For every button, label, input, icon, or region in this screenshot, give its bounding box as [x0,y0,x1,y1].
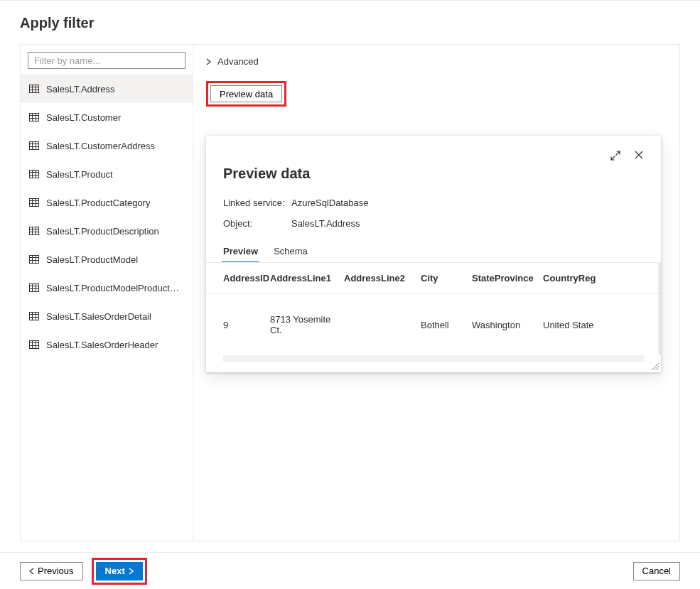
preview-data-highlight: Preview data [206,81,286,107]
table-item[interactable]: SalesLT.SalesOrderDetail [21,302,193,330]
cell: United State [543,294,661,356]
table-item-label: SalesLT.Customer [46,112,121,123]
table-icon [29,227,39,235]
right-pane: Advanced Preview data [193,45,679,541]
table-icon [29,85,39,93]
table-item[interactable]: SalesLT.ProductModelProductDe... [21,274,193,302]
table-item-label: SalesLT.SalesOrderDetail [46,311,151,322]
table-item[interactable]: SalesLT.Product [21,160,193,188]
svg-rect-40 [30,313,39,320]
svg-rect-30 [30,256,39,264]
tab-schema[interactable]: Schema [274,246,308,262]
table-item-label: SalesLT.ProductDescription [46,226,159,237]
next-button[interactable]: Next [96,562,143,580]
svg-rect-15 [30,171,39,178]
column-header[interactable]: CountryReg [543,263,661,294]
table-list: SalesLT.AddressSalesLT.CustomerSalesLT.C… [21,75,193,541]
resize-handle-icon [650,361,659,371]
chevron-left-icon [29,568,35,575]
table-icon [29,283,39,292]
table-item[interactable]: SalesLT.ProductCategory [21,188,193,217]
table-item-label: SalesLT.CustomerAddress [46,141,155,151]
object-label: Object: [223,218,291,229]
table-icon [29,170,39,178]
chevron-right-icon [206,58,212,65]
table-item-label: SalesLT.ProductModel [46,254,138,265]
table-row[interactable]: 98713 Yosemite Ct.BothellWashingtonUnite… [206,294,661,356]
table-item-label: SalesLT.Address [46,84,115,94]
svg-rect-45 [30,341,39,349]
wizard-footer: Previous Next Cancel [0,552,700,589]
object-value: SalesLT.Address [291,218,360,229]
cell: 8713 Yosemite Ct. [270,294,344,356]
svg-rect-25 [30,227,39,235]
svg-rect-5 [30,114,39,121]
column-header[interactable]: AddressLine1 [270,263,344,294]
linked-service-value: AzureSqlDatabase [291,198,368,208]
table-item-label: SalesLT.Product [46,169,113,180]
cancel-button[interactable]: Cancel [633,562,680,580]
chevron-right-icon [128,568,134,575]
column-header[interactable]: City [421,263,472,294]
table-icon [29,340,39,349]
advanced-toggle[interactable]: Advanced [206,56,667,67]
table-item[interactable]: SalesLT.ProductDescription [21,217,193,245]
table-item-label: SalesLT.SalesOrderHeader [46,340,158,350]
cell: 9 [206,294,270,356]
expand-icon[interactable] [610,150,621,161]
table-item-label: SalesLT.ProductCategory [46,198,150,208]
table-icon [29,141,39,150]
preview-data-panel: Preview data Linked service: AzureSqlDat… [206,136,661,372]
svg-rect-0 [30,85,39,93]
cell: Washington [472,294,543,356]
column-header[interactable]: AddressID [206,263,270,294]
table-item-label: SalesLT.ProductModelProductDe... [46,283,184,293]
table-icon [29,312,39,320]
table-item[interactable]: SalesLT.CustomerAddress [21,131,193,160]
advanced-label: Advanced [217,56,259,67]
preview-data-button[interactable]: Preview data [210,85,282,102]
table-icon [29,198,39,207]
horizontal-scrollbar[interactable] [223,355,644,362]
column-header[interactable]: StateProvince [472,263,543,294]
next-button-highlight: Next [92,558,147,585]
column-header[interactable]: AddressLine2 [344,263,421,294]
table-item[interactable]: SalesLT.SalesOrderHeader [21,330,193,359]
tab-preview[interactable]: Preview [223,246,258,262]
table-item[interactable]: SalesLT.ProductModel [21,245,193,274]
close-icon[interactable] [634,150,644,161]
table-item[interactable]: SalesLT.Address [21,75,193,103]
previous-button[interactable]: Previous [20,562,83,580]
page-title: Apply filter [20,15,680,31]
cell: Bothell [421,294,472,356]
main-panel: SalesLT.AddressSalesLT.CustomerSalesLT.C… [20,44,680,541]
table-list-pane: SalesLT.AddressSalesLT.CustomerSalesLT.C… [21,45,193,541]
linked-service-label: Linked service: [223,198,291,208]
preview-panel-title: Preview data [223,166,644,182]
table-icon [29,113,39,121]
table-item[interactable]: SalesLT.Customer [21,103,193,131]
svg-rect-20 [30,199,39,207]
svg-rect-10 [30,142,39,150]
cell [344,294,421,356]
table-icon [29,255,39,264]
preview-grid: AddressIDAddressLine1AddressLine2CitySta… [206,263,661,355]
filter-by-name-input[interactable] [28,52,185,69]
svg-rect-35 [30,284,39,292]
